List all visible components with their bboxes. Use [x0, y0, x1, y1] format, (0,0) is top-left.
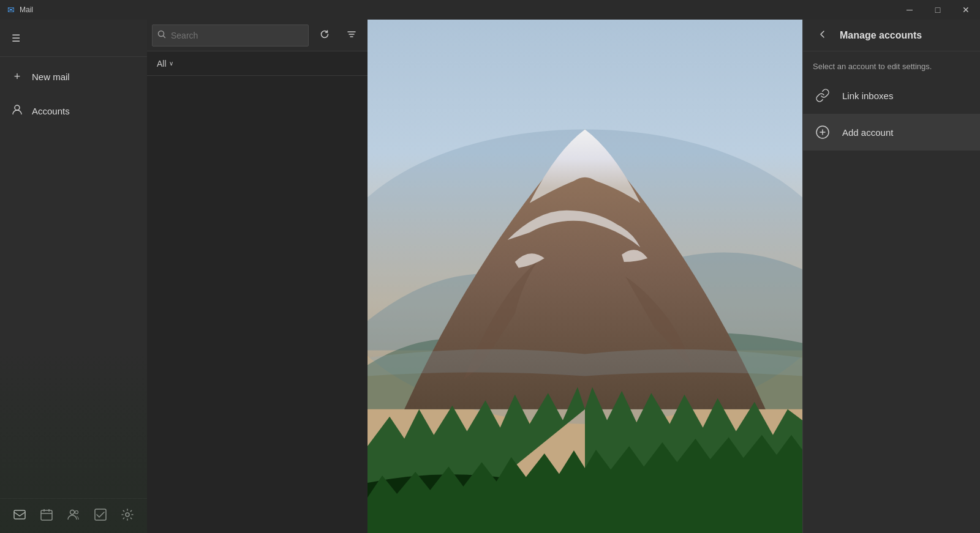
hamburger-button[interactable]: ☰	[2, 24, 29, 51]
middle-toolbar	[147, 20, 368, 51]
filter-chevron-icon: ∨	[169, 60, 173, 67]
title-bar-controls: ─ □ ✕	[895, 0, 980, 20]
middle-content	[147, 76, 368, 533]
left-sidebar: ☰ + New mail Accounts	[0, 20, 147, 533]
right-panel: Manage accounts Select an account to edi…	[802, 20, 980, 533]
new-mail-icon: +	[10, 70, 24, 83]
close-button[interactable]: ✕	[952, 0, 980, 20]
accounts-icon	[10, 103, 24, 119]
sidebar-bottom	[0, 498, 147, 533]
link-inboxes-button[interactable]: Link inboxes	[803, 77, 980, 114]
refresh-icon	[320, 29, 330, 42]
filter-options-button[interactable]	[341, 24, 363, 47]
svg-rect-2	[41, 510, 52, 520]
svg-point-0	[15, 105, 20, 110]
settings-icon	[121, 508, 134, 524]
maximize-button[interactable]: □	[924, 0, 952, 20]
manage-accounts-header: Manage accounts	[803, 20, 980, 51]
manage-accounts-subtitle: Select an account to edit settings.	[803, 51, 980, 77]
minimize-button[interactable]: ─	[895, 0, 924, 20]
filter-all-label: All	[157, 59, 167, 69]
accounts-button[interactable]: Accounts	[0, 94, 147, 128]
nav-calendar-button[interactable]	[34, 504, 59, 528]
middle-panel: All ∨	[147, 20, 368, 533]
calendar-icon	[40, 508, 53, 524]
sidebar-nav: + New mail Accounts	[0, 57, 147, 498]
mail-icon	[13, 508, 26, 524]
nav-mail-button[interactable]	[7, 504, 32, 528]
add-account-icon	[813, 122, 832, 142]
search-input[interactable]	[171, 31, 303, 40]
nav-tasks-button[interactable]	[88, 504, 113, 528]
tasks-icon	[94, 508, 107, 524]
title-bar: ✉ Mail ─ □ ✕	[0, 0, 980, 20]
main-layout: ☰ + New mail Accounts	[0, 20, 980, 533]
manage-accounts-title: Manage accounts	[840, 30, 922, 41]
back-button[interactable]	[813, 26, 832, 45]
filter-bar: All ∨	[147, 51, 368, 76]
search-icon	[157, 30, 166, 40]
add-account-button[interactable]: Add account	[803, 114, 980, 151]
main-content	[368, 20, 802, 533]
svg-point-3	[70, 510, 75, 514]
svg-rect-1	[14, 510, 25, 519]
accounts-label: Accounts	[32, 106, 70, 116]
search-box	[152, 24, 309, 47]
back-icon	[818, 29, 827, 42]
nav-settings-button[interactable]	[115, 504, 140, 528]
svg-point-4	[75, 510, 78, 513]
add-account-label: Add account	[842, 127, 893, 138]
filter-options-icon	[347, 29, 356, 42]
svg-point-6	[126, 513, 129, 516]
app-title: Mail	[20, 6, 33, 14]
filter-all-button[interactable]: All ∨	[157, 59, 173, 69]
app-icon: ✉	[7, 5, 15, 15]
refresh-button[interactable]	[314, 24, 336, 47]
new-mail-button[interactable]: + New mail	[0, 59, 147, 94]
link-inboxes-icon	[813, 86, 832, 105]
new-mail-label: New mail	[32, 72, 70, 82]
link-inboxes-label: Link inboxes	[842, 91, 893, 101]
sidebar-top: ☰	[0, 20, 147, 57]
mountain-background	[368, 20, 802, 533]
nav-people-button[interactable]	[61, 504, 86, 528]
hamburger-icon: ☰	[12, 32, 20, 44]
people-icon	[67, 508, 80, 524]
title-bar-left: ✉ Mail	[0, 5, 33, 15]
